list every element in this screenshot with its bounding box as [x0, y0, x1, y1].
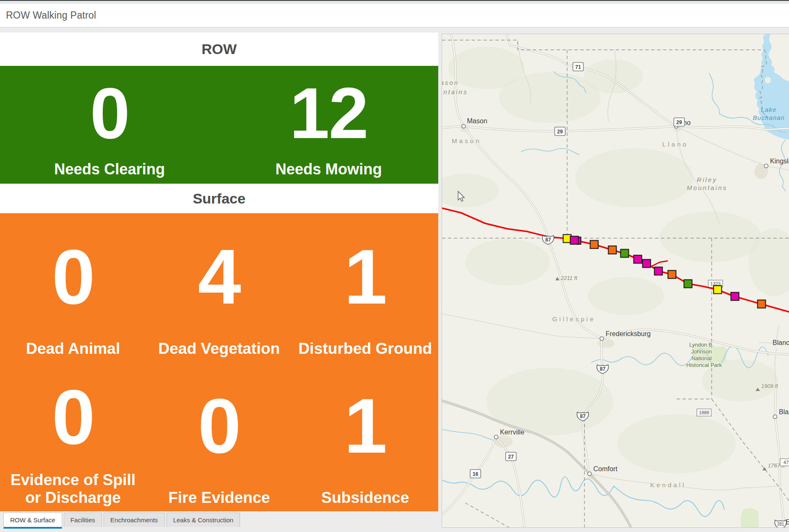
indicator-value: 4	[198, 213, 240, 340]
svg-text:Blanco: Blanco	[779, 408, 789, 415]
shield-hw27: 27	[506, 452, 516, 461]
svg-text:Johnson: Johnson	[691, 348, 712, 355]
indicator-needs-mowing: 12 Needs Mowing	[219, 66, 439, 184]
indicator-fire-evidence: 0 Fire Evidence	[146, 362, 292, 511]
row-section-title: ROW	[202, 41, 237, 57]
incident-marker[interactable]	[684, 280, 692, 288]
tab-row-surface[interactable]: ROW & Surface	[3, 513, 62, 529]
surface-indicator-band: 0 Dead Animal 4 Dead Vegetation 1 Distur…	[0, 213, 438, 511]
svg-text:National: National	[691, 355, 712, 361]
bottom-tab-bar: ROW & Surface Facilities Enchroachments …	[0, 513, 438, 529]
indicator-disturbed-ground: 1 Disturbed Ground	[292, 213, 438, 362]
incident-marker[interactable]	[590, 241, 598, 249]
svg-text:Kerrville: Kerrville	[500, 429, 524, 436]
indicator-panel: ROW 0 Needs Clearing 12 Needs Mowing Sur…	[0, 33, 438, 511]
lake-buchanan-label-2: Buchanan	[753, 114, 785, 121]
incident-marker[interactable]	[621, 250, 629, 258]
indicator-value: 1	[344, 362, 386, 489]
svg-text:Mason: Mason	[467, 117, 487, 125]
incident-marker[interactable]	[758, 300, 766, 308]
incident-marker[interactable]	[714, 286, 722, 294]
shield-fm473: 473	[780, 459, 789, 466]
shield-fm1888: 1888	[697, 409, 711, 416]
county-llano: Llano	[662, 141, 688, 148]
map-canvas[interactable]: 1323 Mason Llano Fredericksburg Kerrvill…	[442, 34, 789, 527]
incident-marker[interactable]	[668, 271, 676, 279]
svg-text:29: 29	[557, 129, 563, 135]
tab-leaks-construction[interactable]: Leaks & Construction	[167, 513, 240, 527]
page-title: ROW Walking Patrol	[0, 10, 96, 21]
county-gillespie: Gillespie	[552, 315, 596, 323]
svg-text:281: 281	[777, 522, 784, 527]
svg-text:Lyndon B.: Lyndon B.	[689, 342, 714, 348]
svg-text:27: 27	[508, 454, 514, 460]
svg-text:1909 ft: 1909 ft	[761, 383, 778, 389]
svg-text:Blanco: Blanco	[773, 339, 789, 346]
surface-section-title: Surface	[193, 190, 246, 207]
indicator-label: Disturbed Ground	[298, 340, 432, 362]
indicator-dead-vegetation: 4 Dead Vegetation	[146, 213, 292, 362]
shield-hw71: 71	[573, 62, 584, 71]
shield-us281: 281	[775, 520, 786, 527]
svg-text:2211 ft: 2211 ft	[560, 275, 578, 281]
county-kendall: Kendall	[650, 481, 686, 489]
row-section-header: ROW	[0, 33, 438, 66]
map-widget[interactable]: 1323 Mason Llano Fredericksburg Kerrvill…	[442, 34, 789, 528]
indicator-value: 0	[90, 66, 129, 161]
svg-text:1888: 1888	[699, 410, 709, 415]
surface-section-header: Surface	[0, 184, 438, 213]
svg-text:Fredericksburg: Fredericksburg	[606, 330, 651, 337]
row-indicator-band: 0 Needs Clearing 12 Needs Mowing	[0, 66, 438, 184]
svg-text:29: 29	[676, 119, 682, 125]
shield-hw29-llano: 29	[674, 118, 685, 126]
indicator-label: Subsidence	[321, 489, 409, 511]
incident-marker[interactable]	[643, 260, 651, 268]
incident-marker[interactable]	[571, 236, 579, 244]
dashboard-root: { "window": { "title": "ROW Walking Patr…	[0, 0, 789, 532]
shield-hw16: 16	[470, 470, 481, 478]
mason-mountains-label-1: Mason	[442, 79, 459, 86]
tab-facilities[interactable]: Facilities	[64, 513, 102, 527]
tab-enchroachments[interactable]: Enchroachments	[104, 513, 165, 527]
browser-top-edge	[0, 0, 789, 4]
shield-hw29-mason: 29	[555, 127, 565, 136]
incident-marker[interactable]	[609, 246, 617, 254]
svg-text:71: 71	[575, 64, 581, 70]
indicator-value: 1	[344, 213, 386, 340]
incident-marker[interactable]	[655, 267, 663, 275]
indicator-label: Dead Vegetation	[158, 340, 280, 362]
county-mason: Mason	[452, 137, 481, 144]
indicator-value: 12	[289, 66, 368, 161]
svg-text:87: 87	[580, 413, 586, 419]
incident-marker[interactable]	[731, 293, 739, 301]
svg-text:Kingsland: Kingsland	[770, 157, 789, 165]
svg-text:Comfort: Comfort	[593, 465, 617, 472]
indicator-label: Fire Evidence	[168, 489, 270, 511]
indicator-label: Needs Mowing	[276, 161, 382, 184]
svg-text:87: 87	[600, 366, 606, 372]
indicator-label: Dead Animal	[26, 340, 120, 362]
indicator-needs-clearing: 0 Needs Clearing	[0, 66, 219, 184]
indicator-value: 0	[198, 362, 240, 489]
indicator-dead-animal: 0 Dead Animal	[0, 213, 146, 362]
indicator-label: Needs Clearing	[54, 161, 165, 184]
lake-island	[765, 77, 771, 84]
riley-mountains-label-1: Riley	[697, 176, 717, 183]
dashboard-titlebar: ROW Walking Patrol	[0, 4, 789, 27]
mason-mountains-label-2: Mountains	[442, 88, 468, 95]
lake-buchanan-label-1: Lake	[761, 106, 777, 113]
indicator-value: 0	[52, 362, 94, 471]
svg-text:16: 16	[472, 471, 478, 477]
indicator-label: Evidence of Spill or Discharge	[3, 471, 143, 511]
svg-text:473: 473	[784, 460, 789, 465]
incident-marker[interactable]	[634, 255, 642, 263]
indicator-subsidence: 1 Subsidence	[292, 362, 438, 511]
riley-mountains-label-2: Mountains	[687, 184, 727, 191]
town-blanco-upper: Blanco	[773, 339, 789, 346]
indicator-value: 0	[52, 213, 94, 340]
svg-text:87: 87	[545, 237, 551, 243]
indicator-spill-discharge: 0 Evidence of Spill or Discharge	[0, 362, 146, 511]
svg-text:Historical Park: Historical Park	[686, 362, 722, 368]
